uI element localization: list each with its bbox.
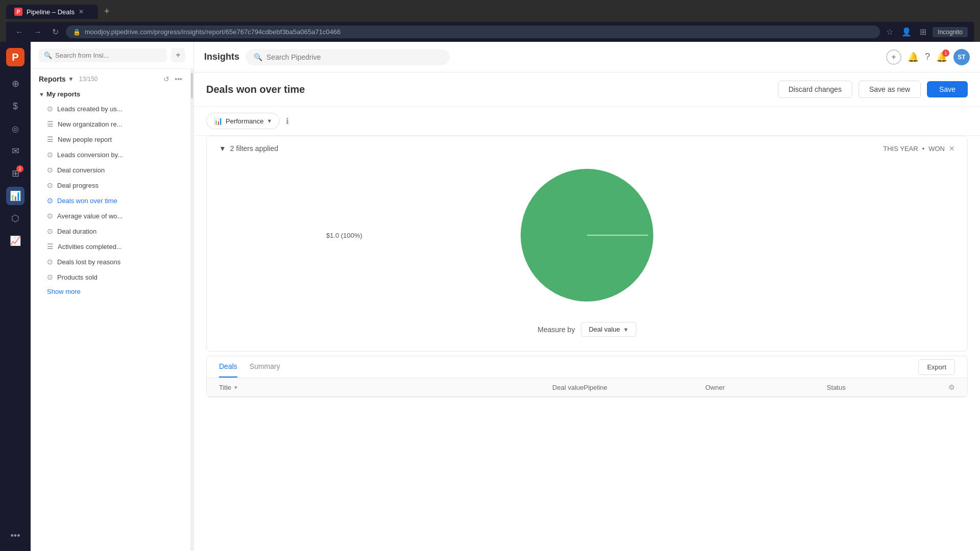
reports-section: Reports ▼ 13/150 ↺ ••• ▼ My reports ⊙ [31,69,190,305]
export-button[interactable]: Export [918,359,955,375]
sidebar-search-input[interactable] [55,52,162,59]
app-logo: P [6,48,24,66]
sidebar-search-wrap[interactable]: 🔍 [39,48,167,62]
refresh-button[interactable]: ↻ [49,26,62,38]
my-reports-header[interactable]: ▼ My reports [39,87,182,101]
measure-by-select[interactable]: Deal value ▼ [581,322,636,337]
filters-applied-text: 2 filters applied [230,144,278,153]
reports-count: 13/150 [79,76,98,83]
products-sold-label: Products sold [57,273,97,281]
measure-by-label: Measure by [537,325,575,334]
deal-conversion-label: Deal conversion [57,166,105,174]
address-bar[interactable]: 🔒 moodjoy.pipedrive.com/progress/insight… [66,26,880,38]
report-controls: 📊 Performance ▼ ℹ [194,107,980,136]
filter-separator: • [922,145,925,153]
sidebar-scroll-area: Reports ▼ 13/150 ↺ ••• ▼ My reports ⊙ [31,69,190,551]
rail-icon-mail[interactable]: ✉ [6,142,24,160]
col-title-sort-icon: ▼ [233,385,238,390]
sidebar-item-deals-won[interactable]: ⊙ Deals won over time [39,193,182,208]
sidebar-item-activities[interactable]: ☰ Activities completed... [39,239,182,254]
forward-button[interactable]: → [31,27,45,38]
col-title-label: Title [219,384,231,391]
profile-icon[interactable]: 👤 [899,25,914,39]
bookmark-icon[interactable]: ☆ [884,25,895,39]
main-content: Insights 🔍 + 🔔 ? 🔔 1 ST Deals won over t… [194,42,980,551]
active-tab[interactable]: P Pipeline – Deals ✕ [6,5,98,19]
table-tabs: Deals Summary Export [207,356,967,378]
sidebar-item-avg-value[interactable]: ⊙ Average value of wo... [39,208,182,223]
tab-deals[interactable]: Deals [219,356,237,378]
sidebar-item-leads-created[interactable]: ⊙ Leads created by us... [39,101,182,116]
sidebar-item-deal-conversion[interactable]: ⊙ Deal conversion [39,162,182,178]
tab-summary[interactable]: Summary [250,356,280,378]
new-org-label: New organization re... [58,120,122,128]
deal-duration-icon: ⊙ [47,227,53,235]
discard-changes-button[interactable]: Discard changes [778,81,852,98]
rail-icon-analytics[interactable]: 📈 [6,232,24,250]
sidebar-item-deal-progress[interactable]: ⊙ Deal progress [39,178,182,193]
date-filter-text: THIS YEAR [883,145,918,153]
info-icon[interactable]: ℹ [286,116,289,126]
new-people-label: New people report [58,136,112,143]
sidebar-item-deal-duration[interactable]: ⊙ Deal duration [39,223,182,239]
topbar-add-button[interactable]: + [886,49,901,65]
tab-close-button[interactable]: ✕ [79,8,84,15]
performance-button[interactable]: 📊 Performance ▼ [206,113,280,129]
browser-nav: ← → ↻ 🔒 moodjoy.pipedrive.com/progress/i… [6,22,974,42]
rail-icon-calendar[interactable]: ⊞ 2 [6,164,24,183]
tab-favicon: P [14,8,22,16]
topbar-alert-icon[interactable]: 🔔 1 [936,52,947,63]
tab-title: Pipeline – Deals [27,8,75,16]
new-org-icon: ☰ [47,120,54,128]
incognito-badge: Incognito [933,27,968,37]
rail-icon-leads[interactable]: ◎ [6,119,24,138]
lock-icon: 🔒 [73,29,81,36]
extensions-icon[interactable]: ⊞ [918,25,928,39]
sidebar-item-new-org[interactable]: ☰ New organization re... [39,116,182,132]
my-reports-chevron-icon: ▼ [39,91,44,97]
user-avatar[interactable]: ST [953,49,970,65]
new-tab-button[interactable]: + [100,4,114,19]
sidebar-add-button[interactable]: + [171,48,185,62]
rail-icon-reports[interactable]: 📊 [6,187,24,205]
reports-more-icon[interactable]: ••• [175,75,182,83]
rail-icon-deals[interactable]: $ [6,97,24,115]
show-more-button[interactable]: Show more [39,285,182,298]
topbar-search[interactable]: 🔍 [246,49,450,65]
rail-icon-home[interactable]: ⊕ [6,74,24,93]
save-button[interactable]: Save [927,81,968,97]
back-button[interactable]: ← [12,27,27,38]
topbar-notification-icon[interactable]: 🔔 [908,52,919,63]
pie-chart-svg [516,164,658,307]
date-filter-close-button[interactable]: ✕ [949,144,955,153]
activities-icon: ☰ [47,242,54,251]
col-title[interactable]: Title ▼ [219,384,462,391]
deals-lost-icon: ⊙ [47,258,53,266]
app: P ⊕ $ ◎ ✉ ⊞ 2 📊 ⬡ 📈 ••• 🔍 + Rep [0,42,980,551]
rail-icon-more[interactable]: ••• [6,527,24,545]
sidebar-item-deals-lost[interactable]: ⊙ Deals lost by reasons [39,254,182,269]
browser-actions: ☆ 👤 ⊞ Incognito [884,25,968,39]
browser-chrome: P Pipeline – Deals ✕ + ← → ↻ 🔒 moodjoy.p… [0,0,980,42]
icon-rail: P ⊕ $ ◎ ✉ ⊞ 2 📊 ⬡ 📈 ••• [0,42,31,551]
table-tabs-actions: Export [918,359,955,375]
topbar-search-input[interactable] [266,53,442,61]
reports-refresh-icon[interactable]: ↺ [163,75,169,83]
address-text: moodjoy.pipedrive.com/progress/insights/… [85,28,340,36]
deal-progress-icon: ⊙ [47,181,53,189]
sidebar-item-products-sold[interactable]: ⊙ Products sold [39,269,182,285]
save-as-new-button[interactable]: Save as new [859,81,921,98]
measure-chevron-icon: ▼ [623,327,629,333]
sidebar-item-new-people[interactable]: ☰ New people report [39,132,182,147]
activities-label: Activities completed... [58,243,122,251]
alert-badge: 1 [942,49,949,57]
topbar-help-icon[interactable]: ? [925,52,930,62]
sidebar-item-leads-conversion[interactable]: ⊙ Leads conversion by... [39,147,182,162]
deals-won-label: Deals won over time [57,197,117,205]
sidebar-header: 🔍 + [31,42,193,69]
table-settings-icon[interactable]: ⚙ [948,383,955,391]
filters-row: ▼ 2 filters applied THIS YEAR • WON ✕ [219,144,955,153]
sidebar: 🔍 + Reports ▼ 13/150 ↺ ••• [31,42,194,551]
rail-icon-products[interactable]: ⬡ [6,209,24,228]
filters-info: ▼ 2 filters applied [219,144,278,153]
